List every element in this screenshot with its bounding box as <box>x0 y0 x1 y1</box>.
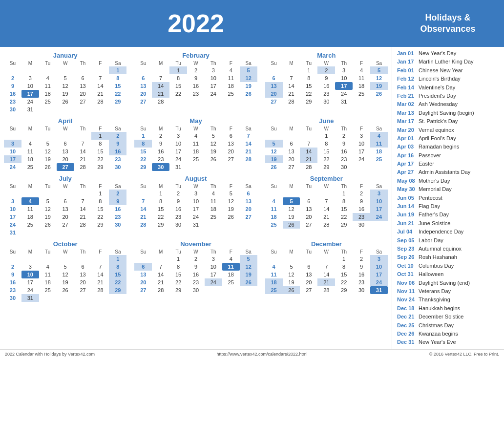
calendar-day: 23 <box>109 155 126 163</box>
day-header: Tu <box>39 183 57 190</box>
calendar-day: 25 <box>187 155 205 163</box>
calendar-day: 20 <box>74 278 92 286</box>
calendar-day: 28 <box>91 98 109 106</box>
calendar-day: 10 <box>21 82 39 90</box>
calendar-day: 5 <box>240 255 257 263</box>
calendar-day <box>353 163 370 171</box>
day-header: W <box>187 60 205 66</box>
calendar-table: SuMTuWThFSa12345678910111213141516171819… <box>4 126 126 171</box>
calendar-day: 14 <box>317 271 335 278</box>
calendar-day: 29 <box>109 98 126 106</box>
calendar-day: 18 <box>222 82 240 90</box>
calendar-day: 6 <box>240 190 257 197</box>
calendar-day: 19 <box>283 213 300 221</box>
calendar-day: 14 <box>74 205 92 213</box>
calendar-day: 17 <box>21 278 39 286</box>
holiday-name: Veterans Day <box>419 288 451 295</box>
day-header: W <box>57 60 74 66</box>
holiday-name: Mother's Day <box>419 177 450 185</box>
calendar-day: 16 <box>4 278 21 286</box>
calendar-day: 1 <box>300 66 317 74</box>
calendar-day: 25 <box>39 98 57 106</box>
calendar-day: 30 <box>353 221 370 229</box>
holiday-date: Dec 18 <box>397 305 419 312</box>
day-header: Tu <box>169 249 187 255</box>
calendar-day: 21 <box>91 90 109 98</box>
calendar-day: 10 <box>187 197 205 205</box>
calendar-day: 27 <box>74 98 92 106</box>
holiday-name: Labor Day <box>419 237 443 244</box>
calendar-day <box>74 106 92 113</box>
calendar-day: 6 <box>57 197 74 205</box>
calendar-day: 27 <box>74 286 92 294</box>
calendar-day: 25 <box>222 90 240 98</box>
month-title: June <box>265 117 388 125</box>
calendar-day: 28 <box>283 98 300 106</box>
calendar-day: 9 <box>4 271 21 278</box>
calendar-day <box>91 106 109 113</box>
calendar-day: 6 <box>222 132 240 140</box>
calendar-day: 22 <box>109 90 126 98</box>
month-title: September <box>265 175 388 182</box>
calendar-day: 13 <box>222 140 240 148</box>
calendar-day: 15 <box>169 82 187 90</box>
calendar-day: 19 <box>222 205 240 213</box>
calendar-day: 18 <box>370 148 388 155</box>
calendar-day: 31 <box>370 286 388 294</box>
day-header: Tu <box>300 183 317 190</box>
calendar-day: 24 <box>205 278 222 286</box>
calendar-day <box>4 190 21 197</box>
sidebar-header: Holidays &Observances <box>392 0 504 47</box>
holiday-item: Jan 01New Year's Day <box>397 50 499 57</box>
holiday-item: Apr 16Passover <box>397 152 499 159</box>
holiday-item: Jun 21June Solstice <box>397 220 499 227</box>
calendar-day: 3 <box>4 197 21 205</box>
calendar-table: SuMTuWThFSa12345678910111213141516171819… <box>265 60 388 106</box>
holiday-name: Father's Day <box>419 211 449 218</box>
calendar-day: 20 <box>57 213 74 221</box>
calendar-day <box>187 163 205 171</box>
holiday-name: December Solstice <box>419 313 463 320</box>
holiday-item: Nov 24Thanksgiving <box>397 296 499 303</box>
calendar-day: 13 <box>74 82 92 90</box>
calendar-day: 7 <box>91 74 109 82</box>
calendar-day: 12 <box>283 205 300 213</box>
calendar-day: 20 <box>300 213 317 221</box>
day-header: Th <box>205 249 222 255</box>
holiday-name: Thanksgiving <box>419 296 450 303</box>
calendar-day: 15 <box>317 148 335 155</box>
calendar-day: 6 <box>300 197 317 205</box>
calendar-day: 22 <box>169 90 187 98</box>
calendar-day: 17 <box>187 205 205 213</box>
calendar-day <box>370 221 388 229</box>
calendar-day: 20 <box>57 155 74 163</box>
month-block: MaySuMTuWThFSa12345678910111213141516171… <box>134 117 257 171</box>
holiday-date: Mar 17 <box>397 118 419 125</box>
calendar-day: 16 <box>353 205 370 213</box>
calendar-day: 15 <box>152 205 169 213</box>
calendar-day: 29 <box>317 163 335 171</box>
month-title: April <box>4 117 126 125</box>
calendar-day: 16 <box>187 271 205 278</box>
holiday-date: Apr 01 <box>397 135 419 142</box>
calendar-day: 6 <box>283 140 300 148</box>
holiday-name: Admin Assistants Day <box>419 169 470 176</box>
holiday-date: Feb 21 <box>397 92 419 100</box>
calendar-day: 20 <box>222 148 240 155</box>
footer-center[interactable]: https://www.vertex42.com/calendars/2022.… <box>95 352 429 357</box>
calendar-day <box>169 98 187 106</box>
calendar-day <box>4 132 21 140</box>
calendar-day: 9 <box>109 140 126 148</box>
calendars-section: JanuarySuMTuWThFSa1234567891011121314151… <box>0 47 392 349</box>
calendar-day: 19 <box>205 148 222 155</box>
holiday-item: Jun 14Flag Day <box>397 203 499 210</box>
calendar-day: 26 <box>39 221 57 229</box>
footer-left: 2022 Calendar with Holidays by Vertex42.… <box>5 352 95 357</box>
day-header: W <box>187 249 205 255</box>
day-header: Th <box>74 60 92 66</box>
day-header: Th <box>335 249 353 255</box>
calendar-day: 12 <box>240 263 257 271</box>
calendar-day <box>240 163 257 171</box>
calendar-day: 24 <box>21 98 39 106</box>
calendar-day <box>222 163 240 171</box>
